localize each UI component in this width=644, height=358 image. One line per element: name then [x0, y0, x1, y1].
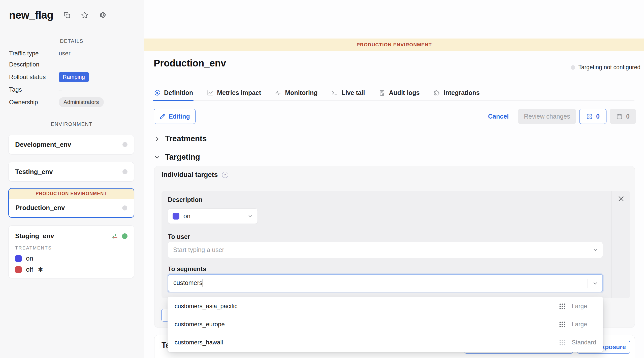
traffic-sync-icon — [110, 233, 118, 239]
default-treatment-marker: ✱ — [38, 266, 43, 273]
details-rows: Traffic type user Description – Rollout … — [9, 48, 134, 109]
env-card-testing[interactable]: Testing_env — [8, 162, 134, 182]
changes-count-button[interactable]: 0 — [579, 109, 606, 124]
individual-target-card: Description on To user Start typing a us… — [162, 191, 630, 298]
env-status-dot — [122, 169, 127, 174]
targeting-section-toggle[interactable]: Targeting — [154, 153, 200, 162]
tab-live-tail[interactable]: Live tail — [331, 85, 365, 100]
treatments-heading: TREATMENTS — [15, 245, 127, 251]
env-card-staging[interactable]: Staging_env TREATMENTS on off ✱ — [8, 225, 134, 278]
tab-integrations[interactable]: Integrations — [433, 85, 480, 100]
details-divider: DETAILS — [9, 38, 134, 44]
chevron-down-icon[interactable] — [243, 213, 257, 219]
dropdown-option-asia-pacific[interactable]: customers_asia_pacific Large — [168, 297, 603, 315]
copy-icon[interactable] — [63, 11, 71, 19]
env-card-development[interactable]: Development_env — [8, 135, 134, 154]
left-sidebar: new_flag DETAILS Traffic type user Descr… — [0, 0, 144, 358]
monitoring-icon — [275, 89, 282, 96]
tab-definition[interactable]: Definition — [154, 85, 193, 100]
env-status-dot — [122, 205, 127, 210]
env-card-production-selected[interactable]: PRODUCTION ENVIRONMENT Production_env — [8, 188, 134, 218]
grid-icon — [586, 113, 593, 120]
treatment-on-swatch — [15, 255, 22, 262]
treatment-off-row: off ✱ — [15, 266, 127, 273]
chevron-down-icon[interactable] — [588, 280, 602, 286]
environment-divider: ENVIRONMENT — [9, 121, 134, 127]
help-icon[interactable] — [222, 172, 228, 178]
tab-metrics-impact[interactable]: Metrics impact — [207, 85, 261, 100]
calendar-icon — [616, 113, 623, 120]
main-content: PRODUCTION ENVIRONMENT Production_env Ta… — [144, 0, 644, 358]
tab-audit-logs[interactable]: Audit logs — [379, 85, 420, 100]
cancel-button[interactable]: Cancel — [488, 113, 509, 120]
tab-monitoring[interactable]: Monitoring — [275, 85, 317, 100]
treatment-color-swatch — [173, 213, 179, 220]
user-input-placeholder: Start typing a user — [168, 246, 588, 254]
status-dot — [571, 65, 575, 70]
production-environment-banner: PRODUCTION ENVIRONMENT — [144, 39, 644, 51]
detail-row-description: Description – — [9, 59, 134, 70]
star-icon[interactable] — [81, 11, 89, 19]
treatment-on-row: on — [15, 255, 127, 262]
tab-bar: Definition Metrics impact Monitoring Liv… — [154, 85, 634, 101]
dropdown-option-hawaii[interactable]: customers_hawaii Standard — [168, 333, 603, 351]
review-changes-button[interactable]: Review changes — [518, 109, 576, 124]
ownership-pill: Administrators — [59, 97, 104, 107]
user-input[interactable]: Start typing a user — [168, 242, 603, 258]
target-card-actions — [611, 191, 630, 298]
gear-icon[interactable] — [98, 11, 106, 19]
environment-heading: ENVIRONMENT — [51, 121, 92, 127]
definition-icon — [154, 89, 161, 96]
description-label: Description — [168, 196, 203, 203]
segment-grid-icon — [559, 321, 566, 328]
segment-grid-icon — [559, 303, 566, 310]
detail-row-traffic-type: Traffic type user — [9, 48, 134, 59]
ramping-status-badge: Ramping — [59, 72, 89, 82]
schedule-count-button[interactable]: 0 — [610, 109, 636, 124]
live-tail-icon — [331, 89, 338, 96]
individual-targets-header: Individual targets — [162, 171, 228, 179]
env-active-dot — [122, 233, 127, 239]
to-segments-label: To segments — [168, 265, 206, 273]
close-icon[interactable] — [618, 195, 625, 202]
production-environment-strip: PRODUCTION ENVIRONMENT — [9, 189, 134, 199]
toolbar-right: Cancel Review changes 0 0 — [488, 109, 636, 124]
metrics-impact-icon — [207, 89, 214, 96]
treatment-select[interactable]: on — [168, 208, 258, 224]
segments-dropdown: customers_asia_pacific Large customers_e… — [168, 297, 603, 352]
chevron-down-icon — [154, 154, 160, 160]
details-heading: DETAILS — [60, 38, 83, 44]
detail-row-ownership: Ownership Administrators — [9, 95, 134, 109]
treatment-off-swatch — [15, 266, 22, 273]
page-title: Production_env — [154, 58, 226, 69]
to-user-label: To user — [168, 233, 190, 240]
chevron-right-icon — [154, 136, 160, 142]
targeting-status: Targeting not configured — [571, 64, 640, 71]
segments-input-value: customers — [173, 279, 202, 286]
text-caret — [203, 279, 203, 287]
integrations-icon — [433, 89, 440, 96]
editing-button[interactable]: Editing — [154, 109, 196, 124]
dropdown-option-europe[interactable]: customers_europe Large — [168, 315, 603, 333]
flag-header: new_flag — [9, 9, 106, 21]
segments-input[interactable]: customers — [168, 274, 603, 292]
flag-name: new_flag — [9, 9, 53, 21]
treatments-section-toggle[interactable]: Treatments — [154, 134, 207, 143]
pencil-icon — [159, 113, 166, 120]
detail-row-tags: Tags – — [9, 84, 134, 95]
env-status-dot — [122, 142, 127, 147]
detail-row-rollout-status: Rollout status Ramping — [9, 70, 134, 84]
audit-logs-icon — [379, 89, 386, 96]
segment-grid-icon-standard — [559, 339, 566, 346]
chevron-down-icon[interactable] — [588, 247, 603, 253]
